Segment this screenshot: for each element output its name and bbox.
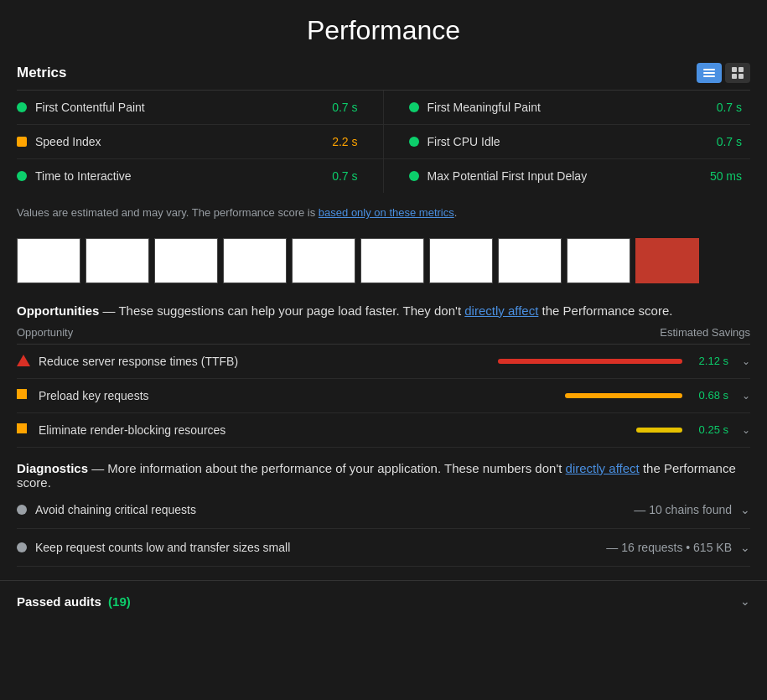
metric-speed-index: Speed Index 2.2 s [17, 125, 384, 159]
svg-rect-1 [703, 72, 715, 74]
metric-value: 0.7 s [717, 135, 742, 148]
metric-time-to-interactive: Time to Interactive 0.7 s [17, 159, 384, 193]
diagnostics-title: Diagnostics [17, 461, 88, 475]
opportunity-bar-container: 2.12 s ⌄ [498, 355, 750, 367]
opportunity-row-ttfb[interactable]: Reduce server response times (TTFB) 2.12… [17, 345, 750, 379]
grid-icon [732, 67, 744, 79]
list-icon [703, 67, 715, 79]
metrics-title: Metrics [17, 65, 67, 81]
view-toggle [697, 63, 750, 83]
svg-rect-2 [703, 75, 715, 77]
status-dot-gray [17, 505, 27, 515]
square-icon [17, 389, 30, 402]
col-opportunity: Opportunity [17, 326, 73, 339]
filmstrip-frame[interactable] [360, 238, 424, 283]
opportunity-bar-container: 0.25 s ⌄ [636, 423, 750, 436]
metric-value: 2.2 s [332, 135, 357, 148]
filmstrip-frame[interactable] [567, 238, 630, 283]
metric-first-meaningful-paint: First Meaningful Paint 0.7 s [384, 91, 751, 125]
metric-first-contentful-paint: First Contentful Paint 0.7 s [17, 91, 384, 125]
triangle-icon [17, 355, 30, 368]
filmstrip-frame[interactable] [292, 238, 355, 283]
opportunity-name: Reduce server response times (TTFB) [39, 355, 498, 368]
opportunity-name: Eliminate render-blocking resources [39, 423, 636, 437]
metric-name: First Contentful Paint [35, 101, 324, 114]
svg-rect-4 [738, 67, 744, 72]
chevron-down-icon: ⌄ [740, 541, 750, 554]
metrics-link[interactable]: based only on these metrics [319, 206, 454, 219]
filmstrip-frame[interactable] [223, 238, 287, 283]
col-savings: Estimated Savings [660, 326, 750, 339]
opportunity-row-preload[interactable]: Preload key requests 0.68 s ⌄ [17, 379, 750, 413]
metric-value: 0.7 s [332, 101, 357, 114]
metric-first-cpu-idle: First CPU Idle 0.7 s [384, 125, 751, 159]
status-dot-green [409, 102, 419, 112]
metric-name: First Meaningful Paint [428, 101, 708, 114]
diag-detail: — 16 requests • 615 KB [606, 541, 732, 554]
opportunity-value: 0.25 s [691, 423, 728, 436]
diagnostics-link[interactable]: directly affect [566, 461, 640, 475]
chevron-down-icon: ⌄ [740, 503, 750, 516]
chevron-down-icon: ⌄ [742, 390, 750, 402]
metric-name: Speed Index [35, 135, 324, 148]
status-dot-orange [17, 137, 27, 147]
opportunity-bar-container: 0.68 s ⌄ [565, 389, 750, 402]
metrics-header: Metrics [17, 63, 750, 91]
diag-detail: — 10 chains found [634, 503, 732, 516]
diag-name: Keep request counts low and transfer siz… [35, 541, 606, 554]
filmstrip-frame[interactable] [17, 238, 80, 283]
status-dot-green [17, 102, 27, 112]
diag-row-chains[interactable]: Avoid chaining critical requests — 10 ch… [17, 491, 750, 529]
chevron-down-icon: ⌄ [742, 424, 750, 436]
metric-value: 0.7 s [717, 101, 742, 114]
filmstrip [0, 230, 767, 300]
svg-rect-3 [732, 67, 737, 72]
diag-name: Avoid chaining critical requests [35, 503, 634, 516]
status-dot-green [17, 171, 27, 181]
column-headers: Opportunity Estimated Savings [17, 321, 750, 345]
status-dot-green [409, 137, 419, 147]
list-view-button[interactable] [697, 63, 722, 83]
grid-view-button[interactable] [725, 63, 750, 83]
filmstrip-frame[interactable] [154, 238, 218, 283]
opportunities-title: Opportunities [17, 303, 99, 318]
metrics-section: Metrics First Contentful Paint 0.7 s [0, 63, 767, 193]
metric-name: Max Potential First Input Delay [428, 169, 702, 183]
passed-audits-count: (19) [108, 594, 131, 609]
metrics-disclaimer: Values are estimated and may vary. The p… [0, 193, 767, 230]
metric-max-fid: Max Potential First Input Delay 50 ms [384, 159, 751, 193]
diagnostics-section: Diagnostics — More information about the… [0, 461, 767, 567]
opportunity-value: 0.68 s [691, 389, 728, 402]
status-dot-green [409, 171, 419, 181]
chevron-down-icon: ⌄ [740, 594, 750, 608]
filmstrip-frame[interactable] [86, 238, 149, 283]
svg-rect-0 [703, 69, 715, 70]
metric-name: Time to Interactive [35, 169, 324, 183]
metric-name: First CPU Idle [428, 135, 708, 148]
metrics-grid: First Contentful Paint 0.7 s First Meani… [17, 91, 750, 193]
square-icon [17, 423, 30, 437]
svg-rect-6 [738, 74, 744, 79]
filmstrip-frame[interactable] [498, 238, 562, 283]
opportunity-row-render-blocking[interactable]: Eliminate render-blocking resources 0.25… [17, 413, 750, 448]
svg-rect-5 [732, 74, 737, 79]
savings-bar [565, 393, 682, 398]
opportunities-link[interactable]: directly affect [464, 303, 538, 318]
filmstrip-frame[interactable] [429, 238, 493, 283]
passed-audits-title: Passed audits (19) [17, 594, 131, 609]
status-dot-gray [17, 542, 27, 552]
opportunity-name: Preload key requests [39, 389, 565, 402]
savings-bar [498, 359, 682, 364]
passed-audits-section: Passed audits (19) ⌄ [0, 580, 767, 622]
passed-audits-header[interactable]: Passed audits (19) ⌄ [17, 581, 750, 622]
opportunities-section: Opportunities — These suggestions can he… [0, 303, 767, 448]
chevron-down-icon: ⌄ [742, 355, 750, 367]
filmstrip-frame-active[interactable] [635, 238, 699, 283]
metric-value: 0.7 s [332, 169, 357, 183]
metric-value: 50 ms [710, 169, 742, 183]
savings-bar [636, 428, 682, 433]
diag-row-request-counts[interactable]: Keep request counts low and transfer siz… [17, 529, 750, 567]
page-title: Performance [0, 0, 767, 63]
opportunities-header: Opportunities — These suggestions can he… [17, 303, 750, 318]
opportunity-value: 2.12 s [691, 355, 728, 367]
